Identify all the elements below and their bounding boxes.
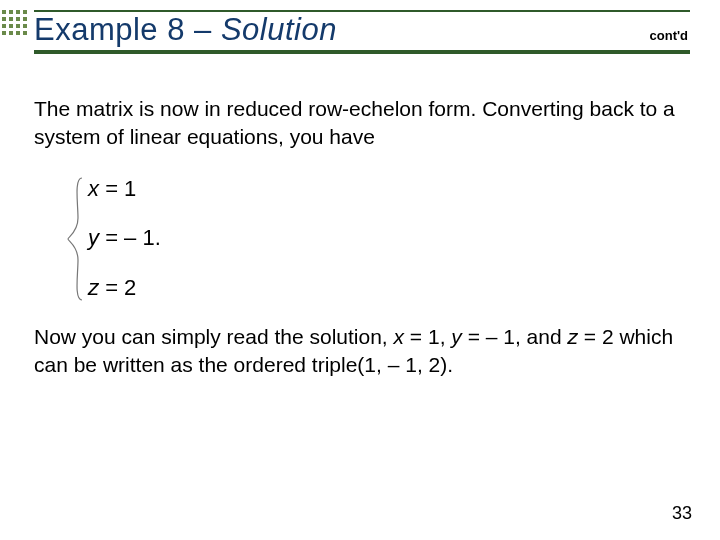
eq-y-rhs: = – 1. [105,225,161,250]
intro-paragraph: The matrix is now in reduced row-echelon… [34,95,680,152]
slide-body: The matrix is now in reduced row-echelon… [34,95,680,379]
title-bar: Example 8 – Solution cont'd [34,10,690,54]
eq-x-rhs: = 1 [105,176,136,201]
eq-z-rhs: = 2 [105,275,136,300]
p2-frag-a: Now you can simply read the solution, [34,325,394,348]
equation-x: x = 1 [88,174,680,204]
p2-x: x [394,325,405,348]
corner-decoration [0,8,38,46]
var-y: y [88,225,99,250]
var-x: x [88,176,99,201]
page-number: 33 [672,503,692,524]
conclusion-paragraph: Now you can simply read the solution, x … [34,323,680,380]
title-emphasis: Solution [221,12,337,47]
p2-frag-b: = 1, [404,325,451,348]
p2-frag-c: = – 1, and [462,325,568,348]
p2-y: y [451,325,462,348]
p2-z: z [567,325,578,348]
title-prefix: Example 8 – [34,12,221,47]
equation-y: y = – 1. [88,223,680,253]
var-z: z [88,275,99,300]
equation-z: z = 2 [88,273,680,303]
left-brace-icon [66,176,88,302]
page-title: Example 8 – Solution [34,12,337,48]
continued-label: cont'd [650,28,690,45]
equation-system: x = 1 y = – 1. z = 2 [88,174,680,303]
